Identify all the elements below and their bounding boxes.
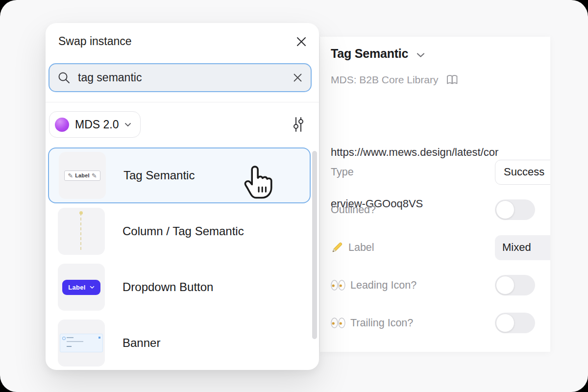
eyes-icon: [331, 318, 345, 328]
toggle-knob: [496, 200, 514, 219]
result-label: Column / Tag Semantic: [122, 224, 244, 238]
property-label: Type: [331, 166, 354, 178]
type-value: Success: [504, 166, 544, 178]
result-label: Tag Semantic: [123, 169, 195, 182]
eyes-icon: [331, 280, 345, 291]
filter-sliders-icon[interactable]: [292, 116, 305, 133]
leading-icon-toggle[interactable]: [495, 275, 535, 295]
component-thumbnail: [58, 208, 105, 255]
label-field[interactable]: Mixed: [495, 235, 550, 260]
property-row-label: Label Mixed: [331, 235, 550, 260]
chevron-down-icon: [90, 286, 95, 289]
property-row-leading-icon: Leading Icon?: [331, 272, 550, 298]
modal-header: Swap instance: [58, 35, 307, 48]
tag-preview: ✎ Label ✎: [64, 171, 100, 181]
label-value: Mixed: [502, 241, 531, 254]
search-results-list: ✎ Label ✎ Tag Semantic Column / Tag Sema…: [46, 147, 319, 370]
inspector-title: Tag Semantic: [331, 47, 408, 61]
inspector-panel: Tag Semantic MDS: B2B Core Library https…: [320, 37, 550, 352]
pencil-glyph-icon: ✎: [92, 172, 97, 179]
result-item-dropdown-button[interactable]: Label Dropdown Button: [48, 259, 311, 315]
trailing-icon-toggle[interactable]: [495, 313, 535, 333]
component-thumbnail: ✎ Label ✎: [59, 152, 106, 199]
inspector-title-row: Tag Semantic: [331, 47, 425, 61]
result-item-tag-semantic[interactable]: ✎ Label ✎ Tag Semantic: [48, 147, 311, 203]
clear-search-icon[interactable]: [293, 73, 303, 83]
library-name: MDS: B2B Core Library: [331, 74, 438, 86]
search-icon: [57, 71, 71, 84]
library-row: MDS: B2B Core Library: [331, 74, 459, 86]
property-label: Outlined?: [331, 204, 376, 216]
swap-instance-modal: Swap instance MDS 2.0: [46, 23, 319, 370]
library-filter-label: MDS 2.0: [75, 118, 119, 131]
pencil-glyph-icon: ✎: [68, 172, 73, 179]
toggle-knob: [496, 276, 514, 294]
property-row-trailing-icon: Trailing Icon?: [331, 310, 550, 336]
open-book-icon[interactable]: [445, 74, 459, 86]
component-url-line1: https://www.mews.design/latest/cor: [331, 144, 550, 161]
result-label: Dropdown Button: [122, 280, 213, 294]
divider: [46, 102, 319, 102]
type-dropdown[interactable]: Success: [495, 160, 550, 185]
result-label: Banner: [122, 336, 160, 350]
property-label: Label: [348, 242, 374, 254]
property-label: Leading Icon?: [350, 279, 416, 292]
library-color-dot: [55, 118, 69, 132]
component-thumbnail: [58, 319, 105, 367]
pencil-icon: [331, 241, 343, 254]
library-filter-dropdown[interactable]: MDS 2.0: [49, 111, 141, 138]
tag-preview-label: Label: [75, 172, 90, 178]
search-box: [49, 63, 312, 92]
modal-title: Swap instance: [58, 35, 132, 48]
close-icon[interactable]: [295, 36, 307, 48]
search-input[interactable]: [77, 71, 293, 85]
result-item-banner[interactable]: Banner: [48, 315, 311, 371]
chevron-down-icon[interactable]: [416, 52, 425, 58]
outlined-toggle[interactable]: [495, 199, 535, 220]
property-label: Trailing Icon?: [350, 317, 413, 329]
library-filter-row: MDS 2.0: [49, 111, 305, 138]
property-list: Type Success Outlined?: [331, 159, 550, 348]
dropdown-button-preview: Label: [62, 280, 100, 295]
component-thumbnail: Label: [58, 264, 105, 311]
column-preview: [80, 213, 82, 250]
dropdown-preview-label: Label: [68, 284, 85, 291]
chevron-down-icon: [124, 122, 131, 127]
toggle-knob: [496, 314, 514, 332]
property-row-type: Type Success: [331, 159, 550, 185]
screenshot-canvas: Tag Semantic MDS: B2B Core Library https…: [0, 0, 588, 392]
property-row-outlined: Outlined?: [331, 197, 550, 222]
scrollbar[interactable]: [312, 151, 317, 339]
banner-preview: [60, 334, 103, 352]
result-item-column-tag-semantic[interactable]: Column / Tag Semantic: [48, 203, 311, 259]
